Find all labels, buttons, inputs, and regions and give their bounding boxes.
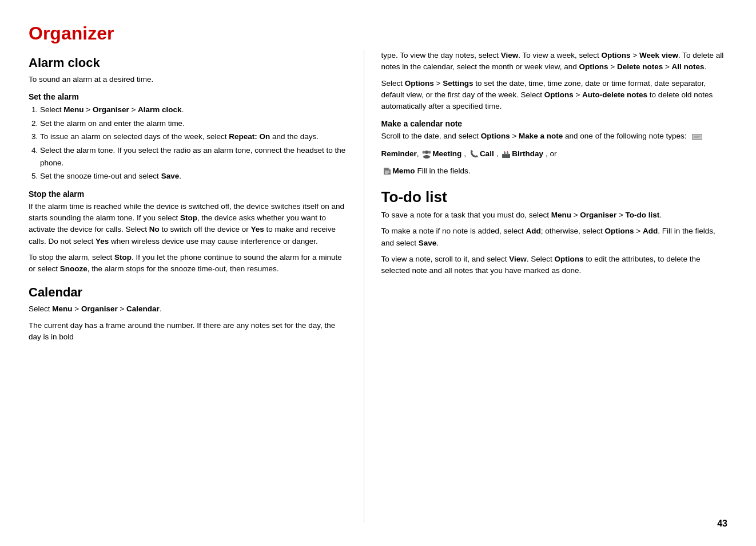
todo-list-para1: To save a note for a task that you must … bbox=[381, 209, 727, 221]
step-1: Select Menu > Organiser > Alarm clock. bbox=[40, 104, 347, 116]
call-label: Call bbox=[480, 147, 494, 161]
fill-in-text: Fill in the fields. bbox=[417, 164, 471, 178]
set-alarm-heading: Set the alarm bbox=[29, 92, 347, 101]
todo-list-para3: To view a note, scroll to it, and select… bbox=[381, 254, 727, 277]
step-2: Set the alarm on and enter the alarm tim… bbox=[40, 117, 347, 130]
birthday-label: Birthday bbox=[512, 147, 543, 161]
calendar-continued-para2: Select Options > Settings to set the dat… bbox=[381, 78, 727, 113]
note-types-line: Reminder, Meeting , Call , bbox=[381, 147, 727, 161]
stop-alarm-heading: Stop the alarm bbox=[29, 189, 347, 199]
meeting-icon bbox=[422, 149, 431, 159]
alarm-clock-title: Alarm clock bbox=[29, 56, 347, 70]
reminder-label: Reminder bbox=[381, 147, 417, 161]
memo-label: Memo bbox=[393, 164, 415, 178]
svg-point-5 bbox=[423, 155, 430, 159]
memo-item: Memo bbox=[381, 164, 415, 178]
birthday-icon bbox=[502, 149, 511, 159]
svg-rect-9 bbox=[504, 152, 506, 155]
page-container: Organizer Alarm clock To sound an alarm … bbox=[0, 0, 756, 546]
todo-list-para2: To make a note if no note is added, sele… bbox=[381, 225, 727, 249]
calendar-section: Calendar Select Menu > Organiser > Calen… bbox=[29, 285, 347, 343]
memo-icon bbox=[383, 167, 392, 176]
stop-alarm-para2: To stop the alarm, select Stop. If you l… bbox=[29, 252, 347, 275]
svg-point-6 bbox=[428, 151, 431, 153]
svg-rect-1 bbox=[693, 134, 702, 139]
main-title: Organizer bbox=[29, 23, 727, 44]
stop-alarm-para1: If the alarm time is reached while the d… bbox=[29, 201, 347, 247]
meeting-item: Meeting bbox=[421, 147, 461, 161]
note-type-icon bbox=[692, 133, 702, 141]
step-3: To issue an alarm on selected days of th… bbox=[40, 130, 347, 143]
todo-list-title: To-do list bbox=[381, 188, 727, 206]
svg-point-4 bbox=[425, 151, 428, 154]
make-calendar-note-para1: Scroll to the date, and select Options >… bbox=[381, 130, 727, 142]
birthday-item: Birthday bbox=[500, 147, 543, 161]
right-column: type. To view the day notes, select View… bbox=[364, 50, 727, 523]
step-5: Set the snooze time-out and select Save. bbox=[40, 170, 347, 183]
calendar-title: Calendar bbox=[29, 285, 347, 300]
make-calendar-note-heading: Make a calendar note bbox=[381, 119, 727, 128]
svg-rect-10 bbox=[507, 152, 508, 155]
calendar-intro: Select Menu > Organiser > Calendar. bbox=[29, 303, 347, 315]
step-4: Select the alarm tone. If you select the… bbox=[40, 144, 347, 169]
left-column: Alarm clock To sound an alarm at a desir… bbox=[29, 50, 364, 523]
calendar-continued-para1: type. To view the day notes, select View… bbox=[381, 50, 727, 73]
call-item: Call bbox=[468, 147, 494, 161]
meeting-label: Meeting bbox=[432, 147, 461, 161]
alarm-clock-intro: To sound an alarm at a desired time. bbox=[29, 74, 347, 85]
page-number: 43 bbox=[717, 519, 727, 529]
calendar-para1: The current day has a frame around the n… bbox=[29, 320, 347, 343]
memo-line: Memo Fill in the fields. bbox=[381, 164, 727, 178]
set-alarm-steps: Select Menu > Organiser > Alarm clock. S… bbox=[40, 104, 347, 183]
alarm-clock-section: Alarm clock To sound an alarm at a desir… bbox=[29, 56, 347, 275]
svg-point-7 bbox=[423, 151, 425, 153]
todo-list-section: To-do list To save a note for a task tha… bbox=[381, 188, 727, 276]
call-icon bbox=[469, 149, 479, 159]
svg-rect-8 bbox=[502, 154, 510, 158]
